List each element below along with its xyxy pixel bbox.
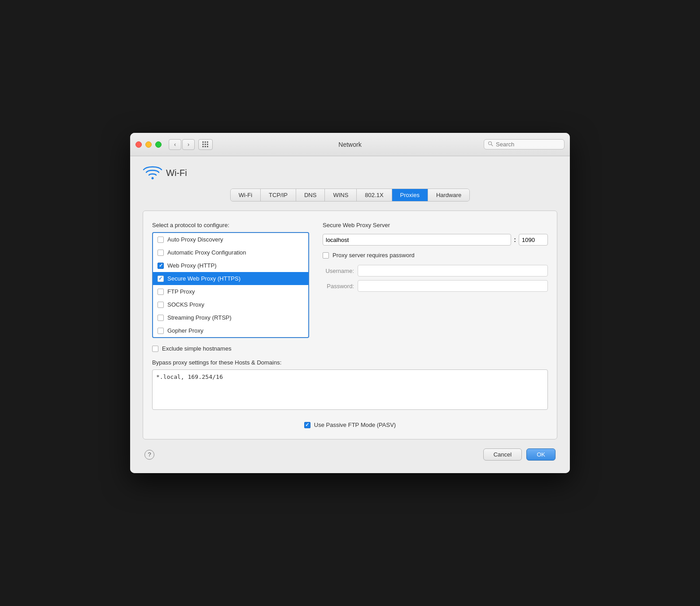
tab-wins[interactable]: WINS	[325, 189, 357, 201]
proxy-server-title: Secure Web Proxy Server	[323, 222, 548, 228]
search-icon	[488, 141, 493, 148]
wifi-label: Wi-Fi	[166, 168, 187, 178]
username-row: Username:	[323, 265, 548, 277]
back-button[interactable]: ‹	[169, 139, 181, 150]
protocol-item-secure-web-proxy[interactable]: Secure Web Proxy (HTTPS)	[153, 272, 308, 285]
server-host-input[interactable]	[323, 234, 511, 246]
checkbox-gopher-proxy[interactable]	[158, 328, 164, 334]
protocol-item-auto-proxy-discovery[interactable]: Auto Proxy Discovery	[153, 233, 308, 246]
protocol-section-label: Select a protocol to configure:	[152, 222, 309, 228]
protocol-label-automatic-proxy-config: Automatic Proxy Configuration	[167, 249, 246, 256]
grid-icon	[202, 141, 209, 148]
credentials-section: Username: Password:	[323, 265, 548, 292]
tab-tcpip[interactable]: TCP/IP	[261, 189, 296, 201]
protocol-label-web-proxy-http: Web Proxy (HTTP)	[167, 262, 217, 269]
help-button[interactable]: ?	[144, 450, 154, 460]
network-preferences-window: ‹ › Network	[130, 133, 570, 473]
content-area: Wi-Fi Wi-Fi TCP/IP DNS WINS 802.1X Proxi…	[130, 156, 570, 473]
forward-button[interactable]: ›	[182, 139, 195, 150]
wifi-header: Wi-Fi	[143, 165, 557, 180]
proxies-panel: Select a protocol to configure: Auto Pro…	[143, 211, 557, 439]
ok-button[interactable]: OK	[526, 448, 556, 461]
protocol-item-streaming-proxy[interactable]: Streaming Proxy (RTSP)	[153, 311, 308, 324]
bypass-textarea[interactable]	[152, 369, 548, 410]
protocol-list: Auto Proxy Discovery Automatic Proxy Con…	[152, 232, 309, 338]
checkbox-web-proxy-http[interactable]	[158, 263, 164, 269]
protocol-label-gopher-proxy: Gopher Proxy	[167, 327, 203, 334]
username-label: Username:	[323, 268, 354, 274]
exclude-row: Exclude simple hostnames	[152, 345, 548, 352]
protocol-item-automatic-proxy-config[interactable]: Automatic Proxy Configuration	[153, 246, 308, 259]
protocol-label-ftp-proxy: FTP Proxy	[167, 288, 195, 295]
passive-ftp-label: Use Passive FTP Mode (PASV)	[314, 422, 396, 428]
maximize-button[interactable]	[155, 141, 162, 148]
checkbox-socks-proxy[interactable]	[158, 302, 164, 308]
protocol-section: Select a protocol to configure: Auto Pro…	[152, 222, 309, 338]
protocol-label-auto-proxy-discovery: Auto Proxy Discovery	[167, 236, 223, 243]
wifi-icon	[143, 165, 161, 180]
panel-columns: Select a protocol to configure: Auto Pro…	[152, 222, 548, 338]
protocol-label-secure-web-proxy: Secure Web Proxy (HTTPS)	[167, 275, 241, 282]
cancel-button[interactable]: Cancel	[483, 448, 522, 461]
passive-ftp-row: Use Passive FTP Mode (PASV)	[152, 422, 548, 428]
svg-point-0	[489, 142, 492, 145]
window-title: Network	[338, 141, 361, 148]
footer-buttons: Cancel OK	[483, 448, 556, 461]
titlebar: ‹ › Network	[130, 133, 570, 156]
protocol-label-streaming-proxy: Streaming Proxy (RTSP)	[167, 314, 232, 321]
server-row: :	[323, 234, 548, 246]
protocol-item-ftp-proxy[interactable]: FTP Proxy	[153, 285, 308, 298]
protocol-item-gopher-proxy[interactable]: Gopher Proxy	[153, 324, 308, 337]
footer: ? Cancel OK	[143, 448, 557, 461]
svg-point-2	[152, 177, 154, 180]
checkbox-secure-web-proxy[interactable]	[158, 276, 164, 282]
close-button[interactable]	[136, 141, 142, 148]
password-label: Password:	[323, 283, 354, 290]
tab-bar: Wi-Fi TCP/IP DNS WINS 802.1X Proxies Har…	[230, 189, 470, 202]
checkbox-auto-proxy-discovery[interactable]	[158, 237, 164, 243]
checkbox-requires-password[interactable]	[323, 252, 329, 259]
server-port-input[interactable]	[519, 234, 548, 246]
checkbox-automatic-proxy-config[interactable]	[158, 250, 164, 256]
password-required-row: Proxy server requires password	[323, 252, 548, 259]
search-input[interactable]	[496, 141, 560, 148]
protocol-item-socks-proxy[interactable]: SOCKS Proxy	[153, 298, 308, 311]
username-input[interactable]	[358, 265, 548, 277]
bypass-section: Bypass proxy settings for these Hosts & …	[152, 359, 548, 412]
tab-wifi[interactable]: Wi-Fi	[231, 189, 261, 201]
grid-view-button[interactable]	[198, 139, 213, 150]
colon-separator: :	[514, 236, 516, 243]
protocol-label-socks-proxy: SOCKS Proxy	[167, 301, 204, 308]
svg-line-1	[491, 145, 493, 146]
tab-proxies[interactable]: Proxies	[392, 189, 428, 201]
password-input[interactable]	[358, 280, 548, 292]
password-row: Password:	[323, 280, 548, 292]
minimize-button[interactable]	[145, 141, 152, 148]
tab-8021x[interactable]: 802.1X	[357, 189, 392, 201]
search-box[interactable]	[484, 139, 564, 149]
proxy-server-section: Secure Web Proxy Server : Proxy server r…	[323, 222, 548, 338]
tab-hardware[interactable]: Hardware	[428, 189, 469, 201]
checkbox-passive-ftp[interactable]	[304, 422, 311, 428]
protocol-item-web-proxy-http[interactable]: Web Proxy (HTTP)	[153, 259, 308, 272]
checkbox-ftp-proxy[interactable]	[158, 289, 164, 295]
traffic-lights	[136, 141, 162, 148]
checkbox-exclude-hostnames[interactable]	[152, 346, 158, 352]
tab-dns[interactable]: DNS	[296, 189, 325, 201]
exclude-label: Exclude simple hostnames	[162, 345, 232, 352]
bypass-label: Bypass proxy settings for these Hosts & …	[152, 359, 548, 366]
requires-password-label: Proxy server requires password	[332, 252, 415, 259]
nav-buttons: ‹ ›	[169, 139, 195, 150]
checkbox-streaming-proxy[interactable]	[158, 315, 164, 321]
